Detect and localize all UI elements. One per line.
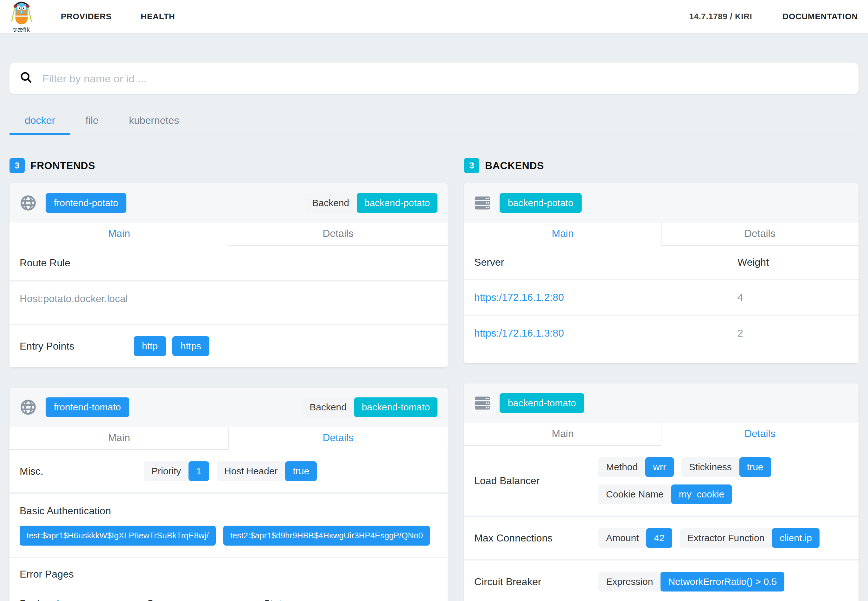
backends-column: 3 BACKENDS ba xyxy=(464,158,859,601)
pair-key: Extractor Function xyxy=(680,528,772,548)
pair-key: Cookie Name xyxy=(598,485,671,504)
frontends-column: 3 FRONTENDS frontend-potato xyxy=(9,158,448,601)
basic-auth-row: Basic Authentication test:$apr1$H6uskkkW… xyxy=(9,494,448,558)
basic-auth-hash-badge: test2:$apr1$d9hr9HBB$4HxwgUir3HP4EsggP/Q… xyxy=(223,526,430,546)
entry-points-label: Entry Points xyxy=(20,340,134,352)
circuit-breaker-label: Circuit Breaker xyxy=(474,576,598,588)
server-stack-icon xyxy=(474,395,491,411)
card-tabs: Main Details xyxy=(464,223,859,246)
card-header: backend-tomato xyxy=(464,383,859,423)
tab-docker[interactable]: docker xyxy=(9,109,70,135)
error-pages-section: Error Pages Backend Query Status errorha… xyxy=(9,558,448,601)
basic-auth-label: Basic Authentication xyxy=(20,505,111,516)
tab-details[interactable]: Details xyxy=(662,423,859,446)
card-frontend-potato: frontend-potato Backend backend-potato M… xyxy=(9,183,448,367)
search-bar[interactable] xyxy=(9,63,859,94)
tab-main[interactable]: Main xyxy=(9,427,229,449)
pair-value: true xyxy=(285,461,317,481)
frontends-section-header: 3 FRONTENDS xyxy=(9,158,448,173)
tab-file[interactable]: file xyxy=(70,109,114,134)
search-icon xyxy=(20,71,32,86)
backend-name-badge[interactable]: backend-potato xyxy=(500,193,582,213)
load-balancer-row: Load Balancer Methodwrr Stickinesstrue C… xyxy=(464,446,859,517)
backends-title: BACKENDS xyxy=(485,160,544,172)
tab-main[interactable]: Main xyxy=(464,423,661,445)
pair-value: NetworkErrorRatio() > 0.5 xyxy=(660,572,784,592)
max-connections-label: Max Connections xyxy=(474,532,598,544)
pair-key: Amount xyxy=(598,528,646,548)
entry-points-row: Entry Points http https xyxy=(9,325,448,367)
backend-name-badge[interactable]: backend-tomato xyxy=(500,393,584,413)
backends-section-header: 3 BACKENDS xyxy=(464,158,859,173)
tab-main[interactable]: Main xyxy=(464,223,661,246)
pair-value: my_cookie xyxy=(671,485,732,504)
col-status: Status xyxy=(264,598,437,601)
pair-value: 1 xyxy=(188,461,209,481)
col-query: Query xyxy=(146,598,264,601)
tab-kubernetes[interactable]: kubernetes xyxy=(114,109,194,134)
pair-value: true xyxy=(740,457,771,477)
backend-ref-value[interactable]: backend-potato xyxy=(357,193,437,213)
frontend-name-badge[interactable]: frontend-potato xyxy=(46,193,127,213)
error-pages-title: Error Pages xyxy=(20,568,74,580)
server-url-link[interactable]: https:/172.16.1.2:80 xyxy=(474,291,738,304)
traefik-gopher-icon xyxy=(10,0,33,28)
card-header: frontend-potato Backend backend-potato xyxy=(9,183,448,223)
load-balancer-label: Load Balancer xyxy=(474,475,598,487)
backend-ref[interactable]: Backend backend-potato xyxy=(305,193,438,213)
route-rule-value: Host:potato.docker.local xyxy=(20,293,128,304)
pair-value: wrr xyxy=(645,457,674,477)
pair-key: Host Header xyxy=(217,461,285,481)
tab-details[interactable]: Details xyxy=(229,223,448,245)
route-rule-label: Route Rule xyxy=(20,257,70,268)
backend-ref-label: Backend xyxy=(305,193,357,213)
logo-wordmark: træfik xyxy=(13,26,30,33)
card-backend-potato: backend-potato Main Details Server Weigh… xyxy=(464,183,859,363)
misc-row: Misc. Priority 1 Host Header true xyxy=(9,450,448,494)
globe-icon xyxy=(20,399,37,416)
pair-key: Method xyxy=(598,457,645,477)
tab-main[interactable]: Main xyxy=(9,223,229,246)
route-rule-heading-row: Route Rule xyxy=(9,246,448,282)
globe-icon xyxy=(20,194,37,212)
server-weight: 4 xyxy=(738,291,848,304)
card-tabs: Main Details xyxy=(9,223,448,246)
col-server: Server xyxy=(474,256,738,268)
route-rule-value-row: Host:potato.docker.local xyxy=(9,282,448,325)
card-frontend-tomato: frontend-tomato Backend backend-tomato M… xyxy=(9,387,448,601)
basic-auth-hash-badge: test:$apr1$H6uskkkW$IgXLP6ewTrSuBkTrqE8w… xyxy=(20,526,216,546)
card-tabs: Main Details xyxy=(9,427,448,450)
frontends-count-badge: 3 xyxy=(9,158,25,173)
nav-providers[interactable]: PROVIDERS xyxy=(61,12,112,21)
server-url-link[interactable]: https:/172.16.1.3:80 xyxy=(474,327,738,339)
col-weight: Weight xyxy=(738,256,848,268)
backend-ref-label: Backend xyxy=(302,397,354,417)
card-header: backend-potato xyxy=(464,183,859,223)
priority-pair: Priority 1 xyxy=(144,461,209,481)
nav-health[interactable]: HEALTH xyxy=(141,12,175,21)
host-header-pair: Host Header true xyxy=(217,461,317,481)
backend-ref[interactable]: Backend backend-tomato xyxy=(302,397,437,417)
col-backend: Backend xyxy=(20,598,146,601)
server-stack-icon xyxy=(474,195,491,211)
search-input[interactable] xyxy=(43,73,848,85)
server-row: https:/172.16.1.3:80 2 xyxy=(464,316,859,363)
nav-documentation[interactable]: DOCUMENTATION xyxy=(782,12,858,21)
server-row: https:/172.16.1.2:80 4 xyxy=(464,280,859,316)
traefik-logo[interactable]: træfik xyxy=(10,0,33,33)
pair-key: Expression xyxy=(598,572,660,592)
entry-point-badge: https xyxy=(172,336,209,356)
pair-value: client.ip xyxy=(772,528,819,548)
error-pages-table-header: Backend Query Status xyxy=(9,589,448,601)
server-weight: 2 xyxy=(738,327,848,339)
frontend-name-badge[interactable]: frontend-tomato xyxy=(46,397,129,417)
backends-count-badge: 3 xyxy=(464,158,479,173)
tab-details[interactable]: Details xyxy=(662,223,859,245)
tab-details[interactable]: Details xyxy=(229,427,448,450)
pair-value: 42 xyxy=(646,528,672,548)
pair-key: Priority xyxy=(144,461,188,481)
traefik-dashboard: træfik PROVIDERS HEALTH 14.7.1789 / KIRI… xyxy=(0,0,868,601)
circuit-breaker-row: Circuit Breaker ExpressionNetworkErrorRa… xyxy=(464,560,859,601)
backend-ref-value[interactable]: backend-tomato xyxy=(354,397,437,417)
version-label: 14.7.1789 / KIRI xyxy=(689,12,752,21)
